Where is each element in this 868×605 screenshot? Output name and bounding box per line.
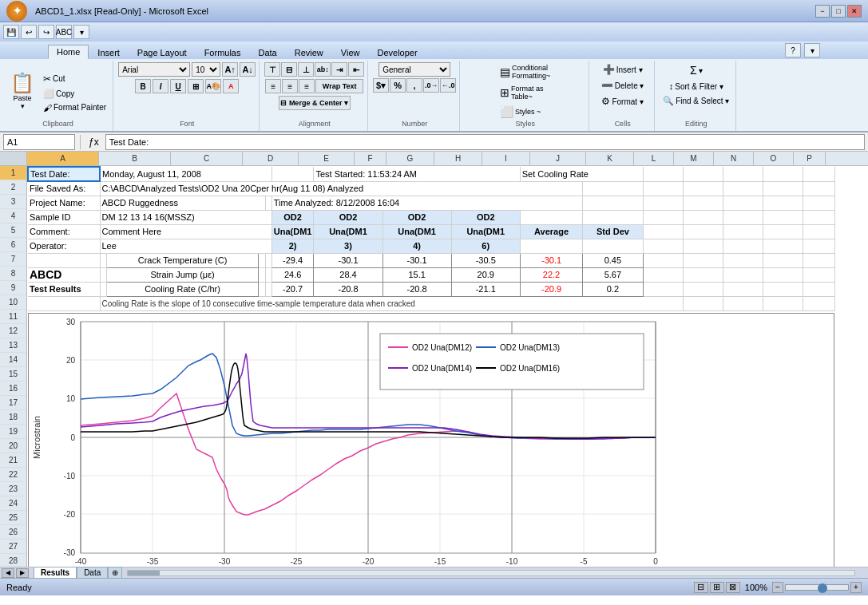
cell-O9[interactable] [763, 282, 803, 296]
h-scrollbar-thumb[interactable] [128, 571, 160, 575]
cell-I7[interactable]: -30.5 [451, 253, 520, 267]
zoom-thumb[interactable] [818, 583, 827, 593]
cell-F6[interactable]: 2) [271, 239, 314, 253]
cell-D8[interactable] [259, 267, 265, 282]
cell-J7[interactable]: -30.1 [520, 253, 583, 267]
indent-decrease-btn[interactable]: ⇤ [348, 62, 364, 77]
currency-btn[interactable]: $▾ [373, 78, 389, 93]
cell-I9[interactable]: -21.1 [451, 282, 520, 296]
cell-A10[interactable] [28, 296, 100, 310]
close-btn[interactable]: ✕ [847, 5, 862, 18]
row-28[interactable]: 28 [0, 554, 26, 567]
row-19[interactable]: 19 [0, 425, 26, 439]
cell-B8[interactable] [100, 267, 106, 282]
col-P[interactable]: P [794, 152, 826, 165]
cell-M8[interactable] [683, 267, 723, 282]
cell-F8[interactable]: 24.6 [271, 267, 314, 282]
decrease-font-btn[interactable]: A↓ [240, 62, 256, 77]
cell-N7[interactable] [723, 253, 763, 267]
ribbon-minimize-btn[interactable]: ▾ [804, 43, 820, 57]
fill-color-btn[interactable]: A🎨 [205, 79, 221, 93]
col-M[interactable]: M [674, 152, 714, 165]
cell-A2[interactable]: File Saved As: [28, 181, 100, 196]
cell-P8[interactable] [803, 267, 834, 282]
horizontal-scrollbar[interactable]: ◀ ▶ Results Data ⊕ [0, 567, 868, 578]
cell-B3[interactable]: ABCD Ruggedness [100, 196, 265, 210]
cell-L8[interactable] [643, 267, 683, 282]
cell-E8[interactable] [265, 267, 271, 282]
cell-J4[interactable] [520, 210, 583, 224]
redo-qa-btn[interactable]: ↪ [38, 25, 54, 39]
row-26[interactable]: 26 [0, 525, 26, 540]
cell-O6[interactable] [763, 239, 803, 253]
cell-H6[interactable]: 4) [382, 239, 451, 253]
sheet-tab-data[interactable]: Data [77, 567, 108, 579]
indent-increase-btn[interactable]: ⇥ [331, 62, 347, 77]
sheet-tab-results[interactable]: Results [34, 567, 77, 579]
align-top-btn[interactable]: ⊤ [264, 62, 280, 77]
cell-C9[interactable]: Cooling Rate (C/hr) [106, 282, 259, 296]
cell-L7[interactable] [643, 253, 683, 267]
cell-F1[interactable] [271, 167, 314, 181]
row-5[interactable]: 5 [0, 223, 26, 238]
cell-G8[interactable]: 28.4 [314, 267, 382, 282]
align-left-btn[interactable]: ≡ [265, 79, 281, 93]
copy-btn[interactable]: ⬜ Copy [40, 87, 109, 101]
row-6[interactable]: 6 [0, 238, 26, 252]
cell-M9[interactable] [683, 282, 723, 296]
cell-B2[interactable]: C:\ABCD\Analyzed Tests\OD2 Una 20Cper hr… [100, 181, 583, 196]
font-color-btn[interactable]: A [223, 79, 239, 93]
dec-decimal-btn[interactable]: ←.0 [440, 78, 456, 93]
cell-A7[interactable] [28, 253, 100, 267]
tab-page-layout[interactable]: Page Layout [129, 45, 196, 59]
autosum-btn[interactable]: Σ ▾ [687, 62, 706, 78]
cell-H7[interactable]: -30.1 [382, 253, 451, 267]
down-arrow-qa[interactable]: ▾ [73, 25, 89, 39]
cell-H8[interactable]: 15.1 [382, 267, 451, 282]
col-B[interactable]: B [99, 152, 171, 165]
tab-formulas[interactable]: Formulas [196, 45, 250, 59]
cell-L4[interactable] [643, 210, 683, 224]
format-painter-btn[interactable]: 🖌 Format Painter [40, 101, 109, 114]
row-27[interactable]: 27 [0, 540, 26, 554]
scroll-left-btn[interactable]: ◀ [2, 568, 14, 578]
name-box[interactable]: A1 [3, 134, 75, 150]
align-center-btn[interactable]: ≡ [282, 79, 298, 93]
italic-btn[interactable]: I [153, 79, 168, 93]
align-right-btn[interactable]: ≡ [299, 79, 315, 93]
cell-I6[interactable]: 6) [451, 239, 520, 253]
cell-K3[interactable] [583, 196, 643, 210]
col-O[interactable]: O [754, 152, 794, 165]
cell-K2[interactable] [583, 181, 643, 196]
cell-B7[interactable] [100, 253, 106, 267]
normal-view-btn[interactable]: ⊟ [694, 582, 708, 593]
row-20[interactable]: 20 [0, 439, 26, 453]
tab-view[interactable]: View [332, 45, 369, 59]
row-16[interactable]: 16 [0, 382, 26, 396]
insert-sheet-btn[interactable]: ⊕ [108, 567, 122, 579]
cell-M1[interactable] [683, 167, 723, 181]
cell-F7[interactable]: -29.4 [271, 253, 314, 267]
col-L[interactable]: L [634, 152, 674, 165]
col-I[interactable]: I [482, 152, 530, 165]
cell-E3[interactable] [265, 196, 271, 210]
tab-insert[interactable]: Insert [89, 45, 129, 59]
cell-M7[interactable] [683, 253, 723, 267]
cell-J8[interactable]: 22.2 [520, 267, 583, 282]
cell-A1[interactable]: Test Date: [28, 167, 100, 181]
cell-M3[interactable] [683, 196, 723, 210]
cell-I5[interactable]: Una(DM1 [451, 224, 520, 239]
row-18[interactable]: 18 [0, 410, 26, 425]
cell-P7[interactable] [803, 253, 834, 267]
cell-E9[interactable] [265, 282, 271, 296]
cell-G4[interactable]: OD2 [314, 210, 382, 224]
cell-N2[interactable] [723, 181, 763, 196]
align-bot-btn[interactable]: ⊥ [298, 62, 314, 77]
cell-N8[interactable] [723, 267, 763, 282]
format-cells-btn[interactable]: ⚙ Format ▾ [598, 94, 646, 109]
bold-btn[interactable]: B [135, 79, 151, 93]
cell-O7[interactable] [763, 253, 803, 267]
cell-J9[interactable]: -20.9 [520, 282, 583, 296]
cell-N1[interactable] [723, 167, 763, 181]
cell-H9[interactable]: -20.8 [382, 282, 451, 296]
